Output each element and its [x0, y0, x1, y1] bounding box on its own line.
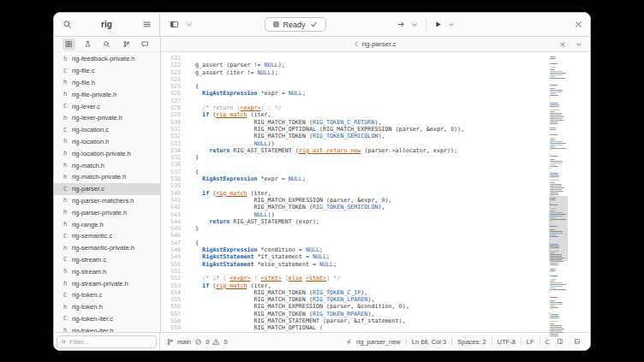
file-item[interactable]: hrig-file-private.h — [54, 88, 160, 100]
project-sidebar: hrig-feedback-private.hCrig-file.chrig-f… — [54, 37, 161, 332]
git-branch-label[interactable]: main — [177, 338, 191, 346]
file-item[interactable]: Crig-parser.c — [54, 183, 160, 195]
file-item[interactable]: hrig-file.h — [54, 77, 160, 89]
indentation-label[interactable]: Spaces: 2 — [457, 338, 486, 346]
run-group — [394, 18, 458, 32]
search-button[interactable] — [60, 18, 74, 32]
git-panel-button[interactable] — [120, 39, 133, 50]
file-item[interactable]: hrig-semantic-private.h — [54, 242, 160, 254]
minimap-line — [550, 176, 559, 177]
line-number: 541 — [161, 197, 181, 204]
tab-list-chevron-button[interactable] — [572, 38, 586, 51]
minimap-line — [550, 78, 566, 79]
play-button[interactable] — [431, 18, 444, 32]
line-number: 555 — [161, 296, 181, 303]
file-item[interactable]: hrig-parser-private.h — [54, 206, 160, 218]
code-content[interactable]: g_assert (parser != NULL); g_assert (ite… — [185, 52, 549, 332]
filter-input[interactable]: Filter... — [57, 335, 157, 348]
line-number: 548 — [161, 246, 181, 253]
panel-chevron-button[interactable] — [182, 18, 196, 32]
file-type-icon: h — [62, 280, 69, 287]
current-symbol-label[interactable]: rig_parser_new — [356, 338, 401, 346]
file-item[interactable]: hrig-match-private.h — [54, 171, 160, 183]
file-item[interactable]: Crig-file.c — [54, 65, 160, 77]
header-separator — [426, 19, 426, 31]
file-type-icon: h — [62, 162, 69, 169]
file-item[interactable]: hrig-feedback-private.h — [54, 53, 160, 65]
file-list: hrig-feedback-private.hCrig-file.chrig-f… — [54, 52, 160, 332]
minimap-line — [550, 166, 558, 167]
file-item[interactable]: hrig-lexer-private.h — [54, 112, 160, 124]
code-line: RigAstExpression *expr = NULL; — [188, 175, 549, 182]
file-item[interactable]: hrig-stream-private.h — [54, 277, 160, 289]
file-item[interactable]: hrig-location.h — [54, 136, 160, 148]
encoding-label[interactable]: UTF-8 — [498, 338, 516, 346]
close-tab-button[interactable] — [556, 38, 569, 51]
file-item[interactable]: hrig-parser-matchers.h — [54, 195, 160, 207]
file-name: rig-lexer-private.h — [72, 114, 122, 122]
language-label[interactable]: C — [546, 338, 550, 346]
file-type-icon: h — [62, 209, 69, 216]
close-window-button[interactable] — [571, 18, 585, 32]
toggle-bottom-panel-button[interactable] — [570, 335, 584, 348]
file-item[interactable]: Crig-token.c — [54, 289, 160, 301]
line-number: 534 — [161, 147, 181, 154]
minimap-viewport[interactable] — [549, 196, 568, 261]
file-item[interactable]: Crig-lexer.c — [54, 100, 160, 112]
file-type-icon: C — [62, 68, 69, 74]
file-item[interactable]: Crig-location.c — [54, 124, 160, 136]
file-item[interactable]: hrig-stream.h — [54, 265, 160, 277]
minimap-line — [550, 120, 564, 121]
file-item[interactable]: hrig-token.h — [54, 301, 160, 313]
warning-count[interactable]: 0 — [224, 338, 227, 346]
file-type-icon: h — [62, 150, 69, 157]
code-line: RIG_MATCH_TOKEN (RIG_TOKEN_SEMICOLON), — [188, 133, 549, 139]
cursor-position-label[interactable]: Ln 68, Col 3 — [412, 338, 446, 346]
code-line: RIG_MATCH_TOKEN (RIG_TOKEN_C_RETURN), — [188, 119, 549, 126]
file-item[interactable]: hrig-range.h — [54, 218, 160, 230]
minimap[interactable] — [549, 52, 568, 332]
search-panel-button[interactable] — [100, 39, 113, 50]
code-line: RIG_MATCH_OPTIONAL (RIG_MATCH_EXPRESSION… — [188, 126, 549, 133]
minimap-line — [550, 163, 563, 163]
build-status-button[interactable]: Ready — [265, 17, 326, 32]
file-item[interactable]: Crig-stream.c — [54, 254, 160, 266]
file-item[interactable]: Crig-token-iter.c — [54, 313, 160, 325]
file-type-icon: h — [62, 304, 69, 311]
code-line: if (rig_match (iter, — [188, 282, 549, 289]
status-bar: main 0 0 rig_parser_new Ln 68, Col 3 Spa… — [160, 333, 590, 350]
chat-panel-button[interactable] — [139, 39, 152, 50]
tests-panel-button[interactable] — [81, 39, 94, 50]
minimap-line — [550, 279, 556, 280]
code-line — [188, 98, 549, 104]
file-type-icon: h — [62, 174, 69, 181]
minimap-line — [550, 62, 551, 62]
minimap-line — [550, 104, 559, 105]
code-line: RIG_MATCH_EXPRESSION (parser, &condition… — [188, 303, 549, 310]
build-run-chevron-button[interactable] — [408, 18, 421, 32]
minimap-line — [550, 306, 556, 306]
files-panel-button[interactable] — [63, 39, 75, 50]
bubble-icon — [141, 40, 149, 48]
error-count[interactable]: 0 — [206, 338, 209, 346]
minimap-line — [550, 300, 555, 301]
menu-button[interactable] — [140, 18, 153, 32]
line-number: 535 — [161, 154, 181, 161]
minimap-line — [550, 73, 566, 74]
minimap-line — [550, 180, 559, 181]
code-line: RIG_MATCH_TOKEN (RIG_TOKEN_RPAREN), — [188, 311, 549, 317]
toggle-panel-button[interactable] — [167, 18, 181, 32]
file-item[interactable]: hrig-location-private.h — [54, 147, 160, 159]
build-run-button[interactable] — [394, 18, 408, 32]
file-item[interactable]: Crig-semantic.c — [54, 230, 160, 242]
line-ending-label[interactable]: LF — [527, 338, 534, 346]
line-number: 526 — [161, 90, 181, 97]
file-item[interactable]: hrig-token-iter.h — [54, 324, 160, 332]
line-number: 549 — [161, 253, 181, 260]
file-item[interactable]: hrig-match.h — [54, 159, 160, 171]
file-name: rig-feedback-private.h — [72, 55, 134, 62]
toggle-map-button[interactable] — [553, 335, 567, 348]
file-name: rig-semantic-private.h — [72, 244, 134, 252]
tab-rig-parser: C rig-parser.c — [161, 40, 590, 48]
play-chevron-button[interactable] — [444, 18, 458, 32]
